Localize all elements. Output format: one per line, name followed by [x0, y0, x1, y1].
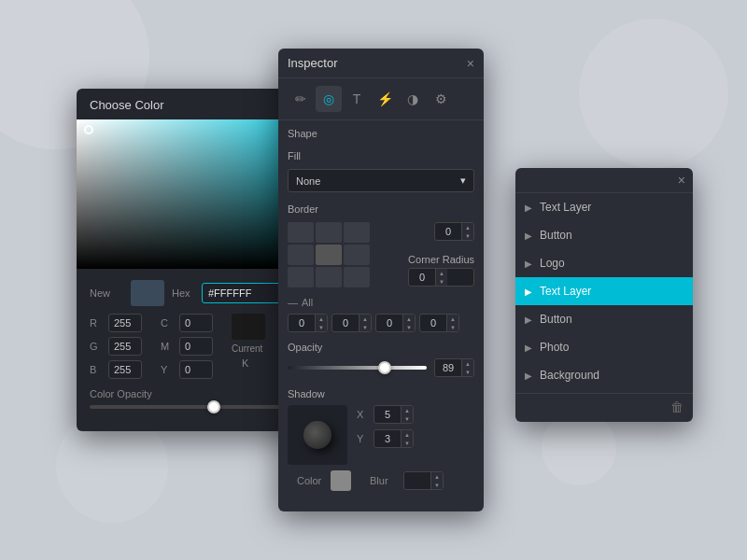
c-input[interactable] [179, 314, 213, 332]
opacity-stepper[interactable]: ▲ ▼ [461, 359, 473, 376]
inspector-close-button[interactable]: × [467, 57, 474, 70]
shadow-y-input[interactable]: 3 ▲ ▼ [374, 429, 414, 448]
shadow-blur-stepper[interactable]: ▲ ▼ [430, 472, 443, 489]
all-up-2[interactable]: ▲ [359, 315, 371, 323]
all-input-2[interactable]: 0 ▲ ▼ [331, 314, 372, 332]
shadow-x-value: 5 [374, 406, 401, 423]
all-up-1[interactable]: ▲ [316, 315, 327, 323]
layer-label-7: Background [540, 369, 599, 382]
layer-label-6: Photo [540, 341, 569, 354]
color-opacity-thumb[interactable] [207, 400, 220, 413]
opacity-input[interactable]: 89 ▲ ▼ [434, 358, 474, 377]
blend-tool-button[interactable]: ◑ [400, 86, 426, 112]
border-box-6[interactable] [344, 245, 370, 265]
shadow-inputs: X 5 ▲ ▼ Y 3 ▲ ▼ [357, 405, 474, 448]
corner-radius-up-btn[interactable]: ▲ [436, 269, 447, 277]
shadow-x-down[interactable]: ▼ [402, 414, 413, 423]
layer-item-button-1[interactable]: ▶ Button [515, 221, 693, 249]
shadow-blur-down[interactable]: ▼ [431, 481, 443, 489]
y-input[interactable] [179, 360, 213, 379]
shadow-blur-up[interactable]: ▲ [431, 472, 443, 481]
border-stepper[interactable]: ▲ ▼ [461, 223, 473, 240]
all-label: — All [288, 297, 474, 308]
new-color-swatch[interactable] [131, 280, 164, 306]
all-input-1[interactable]: 0 ▲ ▼ [288, 314, 328, 332]
opacity-slider[interactable] [288, 366, 427, 370]
shadow-blur-input[interactable]: ▲ ▼ [403, 471, 444, 490]
border-box-8[interactable] [316, 267, 342, 287]
text-tool-button[interactable]: T [344, 86, 370, 112]
border-box-2[interactable] [316, 222, 342, 243]
layer-item-text-layer-active[interactable]: ▶ Text Layer [515, 277, 693, 305]
layers-header: × [515, 168, 693, 193]
shadow-x-stepper[interactable]: ▲ ▼ [401, 406, 413, 423]
layer-item-button-2[interactable]: ▶ Button [515, 305, 693, 333]
g-input[interactable] [108, 337, 142, 356]
border-down-btn[interactable]: ▼ [462, 231, 473, 240]
hex-input[interactable] [202, 283, 286, 303]
border-box-3[interactable] [344, 222, 370, 243]
all-stepper-2[interactable]: ▲ ▼ [359, 315, 371, 331]
b-input[interactable] [108, 360, 142, 379]
all-down-1[interactable]: ▼ [316, 323, 327, 331]
layer-item-logo[interactable]: ▶ Logo [515, 249, 693, 277]
corner-radius-label: Corner Radius [408, 254, 474, 265]
border-box-4[interactable] [288, 245, 314, 265]
border-box-9[interactable] [344, 267, 370, 287]
all-inputs: 0 ▲ ▼ 0 ▲ ▼ 0 ▲ ▼ 0 [288, 314, 474, 332]
shadow-color-swatch[interactable] [331, 470, 351, 491]
all-value-2: 0 [332, 315, 359, 331]
corner-radius-stepper[interactable]: ▲ ▼ [435, 269, 447, 286]
shadow-x-input[interactable]: 5 ▲ ▼ [374, 405, 414, 424]
border-value-input[interactable]: 0 ▲ ▼ [434, 222, 474, 241]
settings-tool-button[interactable]: ⚙ [428, 86, 454, 112]
layer-item-background[interactable]: ▶ Background [515, 361, 693, 389]
gradient-handle[interactable] [84, 125, 93, 134]
shadow-y-stepper[interactable]: ▲ ▼ [401, 430, 413, 447]
draw-tool-button[interactable]: ✏ [288, 86, 314, 112]
all-down-4[interactable]: ▼ [447, 323, 458, 331]
all-up-3[interactable]: ▲ [403, 315, 415, 323]
r-label: R [90, 317, 103, 329]
corner-radius-down-btn[interactable]: ▼ [436, 277, 447, 286]
layer-label-3: Logo [540, 257, 565, 270]
layer-item-text-layer-1[interactable]: ▶ Text Layer [515, 193, 693, 221]
all-down-3[interactable]: ▼ [403, 323, 415, 331]
effects-tool-button[interactable]: ⚡ [372, 86, 398, 112]
opacity-down-btn[interactable]: ▼ [462, 368, 473, 376]
layer-label-1: Text Layer [540, 201, 591, 214]
all-stepper-4[interactable]: ▲ ▼ [446, 315, 458, 331]
border-box-1[interactable] [288, 222, 314, 243]
current-color-swatch[interactable] [232, 314, 265, 340]
layers-footer: 🗑 [515, 393, 693, 414]
all-input-4[interactable]: 0 ▲ ▼ [419, 314, 459, 332]
m-input[interactable] [179, 337, 213, 356]
all-stepper-3[interactable]: ▲ ▼ [402, 315, 415, 331]
all-input-3[interactable]: 0 ▲ ▼ [375, 314, 416, 332]
opacity-thumb[interactable] [378, 361, 391, 374]
border-up-btn[interactable]: ▲ [462, 223, 473, 231]
all-down-2[interactable]: ▼ [359, 323, 371, 331]
delete-layer-button[interactable]: 🗑 [670, 399, 684, 414]
corner-radius-input[interactable]: 0 ▲ ▼ [408, 268, 474, 287]
shadow-y-down[interactable]: ▼ [402, 439, 413, 447]
rgb-channels: R G B [90, 314, 142, 379]
border-box-5[interactable] [316, 245, 342, 265]
shadow-x-up[interactable]: ▲ [402, 406, 413, 414]
layer-arrow-icon-6: ▶ [525, 343, 532, 353]
r-input[interactable] [108, 314, 142, 332]
layers-close-button[interactable]: × [678, 174, 685, 187]
all-stepper-1[interactable]: ▲ ▼ [315, 315, 327, 331]
all-up-4[interactable]: ▲ [447, 315, 458, 323]
shape-tool-button[interactable]: ◎ [316, 86, 342, 112]
g-label: G [90, 341, 103, 352]
shadow-y-row: Y 3 ▲ ▼ [357, 429, 474, 448]
border-box-7[interactable] [288, 267, 314, 287]
opacity-up-btn[interactable]: ▲ [462, 359, 473, 368]
layer-item-photo[interactable]: ▶ Photo [515, 333, 693, 361]
fill-select[interactable]: None ▾ [288, 169, 474, 192]
all-value-4: 0 [420, 315, 446, 331]
corner-radius-value: 0 [409, 269, 435, 286]
shadow-y-up[interactable]: ▲ [402, 430, 413, 439]
fill-row: None ▾ [278, 165, 484, 196]
